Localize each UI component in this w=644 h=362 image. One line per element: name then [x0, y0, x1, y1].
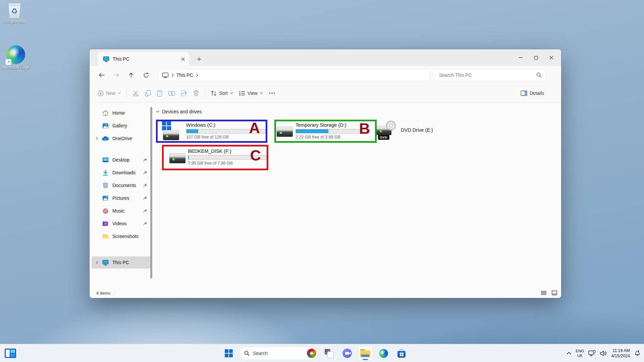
chat-button[interactable]: [340, 346, 355, 361]
sidebar-item-downloads[interactable]: Downloads: [92, 167, 151, 179]
edge-icon: [379, 349, 388, 358]
search-highlight-image[interactable]: [307, 349, 316, 358]
breadcrumb-chevron-icon: [171, 73, 174, 77]
search-box[interactable]: [434, 69, 546, 81]
close-button[interactable]: [544, 49, 559, 66]
tab-this-pc[interactable]: This PC: [98, 52, 189, 66]
share-button[interactable]: [178, 87, 191, 100]
search-input[interactable]: [439, 72, 536, 78]
sidebar-item-videos[interactable]: Videos: [92, 218, 151, 230]
desktop-icon: [101, 157, 110, 163]
edge-button[interactable]: [376, 346, 391, 361]
widgets-button[interactable]: [4, 348, 17, 359]
taskbar-search-input[interactable]: [253, 351, 304, 356]
sidebar-item-home[interactable]: Home: [92, 107, 151, 119]
view-label: View: [248, 90, 258, 96]
expand-chevron-icon[interactable]: [93, 261, 101, 264]
sidebar-scrollbar[interactable]: [150, 107, 152, 279]
expand-chevron-icon[interactable]: [93, 137, 101, 140]
taskbar-search-box[interactable]: [239, 347, 318, 360]
hard-drive-icon: [163, 130, 179, 140]
clock[interactable]: 11:19 AM 4/15/2024: [611, 348, 630, 359]
pin-icon: [143, 171, 148, 175]
annotation-letter-c: C: [250, 148, 262, 163]
sidebar-item-this-pc[interactable]: This PC: [92, 256, 151, 268]
hidden-icons-chevron[interactable]: [567, 352, 571, 355]
dvd-drive-icon: DVD: [377, 121, 396, 139]
hard-drive-icon: [169, 153, 185, 163]
new-button[interactable]: New: [95, 87, 124, 100]
store-button[interactable]: [394, 346, 409, 361]
language-indicator[interactable]: ENG UK: [576, 349, 584, 358]
file-explorer-button[interactable]: [358, 346, 373, 361]
file-explorer-window: This PC: [90, 49, 561, 298]
more-options-button[interactable]: [266, 87, 278, 100]
desktop-icon-recycle-bin[interactable]: ♻ Recycle Bin: [0, 3, 29, 24]
tab-close-icon[interactable]: [181, 57, 185, 61]
microsoft-store-icon: [397, 349, 406, 358]
taskbar: ENG UK 11:19 AM 4/15/2024: [0, 344, 644, 362]
view-button[interactable]: View: [236, 87, 266, 100]
annotation-box-a: Windows (C:) 107 GB free of 126 GB A: [156, 120, 267, 143]
task-view-button[interactable]: [322, 346, 336, 361]
tab-strip: This PC: [90, 49, 561, 66]
documents-icon: [101, 182, 110, 188]
minimize-button[interactable]: [513, 49, 528, 66]
sidebar-item-documents[interactable]: Documents: [92, 179, 151, 191]
widgets-icon: [5, 349, 16, 358]
delete-button[interactable]: [191, 87, 202, 100]
chevron-down-icon: [230, 92, 233, 94]
sort-label: Sort: [219, 90, 228, 96]
paste-button[interactable]: [154, 87, 165, 100]
forward-button[interactable]: [110, 69, 123, 81]
tray-time: 11:19 AM: [611, 348, 630, 353]
address-bar[interactable]: This PC: [158, 69, 430, 81]
notification-bell-icon[interactable]: [634, 350, 641, 357]
collapse-chevron-icon[interactable]: [156, 111, 159, 113]
cut-button[interactable]: [129, 87, 142, 100]
pin-icon: [143, 209, 148, 213]
sidebar-item-pictures[interactable]: Pictures: [92, 192, 151, 204]
videos-icon: [101, 221, 110, 226]
drive-name: DVD Drive (E:): [401, 127, 433, 133]
this-pc-icon: [162, 72, 169, 78]
dvd-badge: DVD: [378, 135, 389, 140]
copy-button[interactable]: [142, 87, 154, 100]
back-button[interactable]: [95, 69, 108, 81]
ellipsis-icon: [269, 93, 275, 94]
gallery-icon: [101, 123, 110, 129]
maximize-button[interactable]: [528, 49, 544, 66]
search-icon[interactable]: [536, 72, 542, 78]
sort-button[interactable]: Sort: [208, 87, 236, 100]
desktop-icon-microsoft-edge[interactable]: ↗ Microsoft Edge: [1, 45, 30, 70]
sidebar-item-screenshots[interactable]: Screenshots: [92, 230, 151, 242]
volume-icon[interactable]: [600, 351, 607, 356]
large-icons-view-toggle[interactable]: [552, 291, 557, 295]
desktop-icon-label: Recycle Bin: [4, 19, 25, 24]
breadcrumb[interactable]: This PC: [176, 72, 193, 78]
network-icon[interactable]: [588, 350, 596, 356]
up-button[interactable]: [124, 69, 138, 81]
this-pc-icon: [103, 56, 109, 62]
drive-dvd-e[interactable]: DVD DVD Drive (E:): [377, 119, 433, 141]
details-pane-button[interactable]: Details: [518, 87, 547, 100]
command-toolbar: New Sort: [90, 84, 561, 103]
rename-button[interactable]: [165, 87, 178, 100]
sidebar-item-music[interactable]: Music: [92, 205, 151, 217]
navigation-bar: This PC: [90, 66, 561, 84]
start-button[interactable]: [221, 346, 236, 361]
new-tab-button[interactable]: [192, 52, 206, 66]
refresh-button[interactable]: [139, 69, 153, 81]
pin-icon: [143, 183, 148, 188]
details-pane-icon: [521, 90, 527, 96]
breadcrumb-chevron-icon[interactable]: [196, 73, 198, 77]
folder-icon: [101, 234, 110, 239]
items-count: 4 items: [96, 291, 110, 296]
chevron-down-icon: [118, 92, 121, 94]
sidebar-item-gallery[interactable]: Gallery: [92, 120, 151, 132]
sidebar-item-desktop[interactable]: Desktop: [92, 154, 151, 166]
sidebar-item-onedrive[interactable]: OneDrive: [92, 132, 151, 144]
list-view-toggle[interactable]: [541, 291, 546, 295]
plus-circle-icon: [98, 90, 104, 96]
section-devices-and-drives[interactable]: Devices and drives: [156, 109, 202, 114]
